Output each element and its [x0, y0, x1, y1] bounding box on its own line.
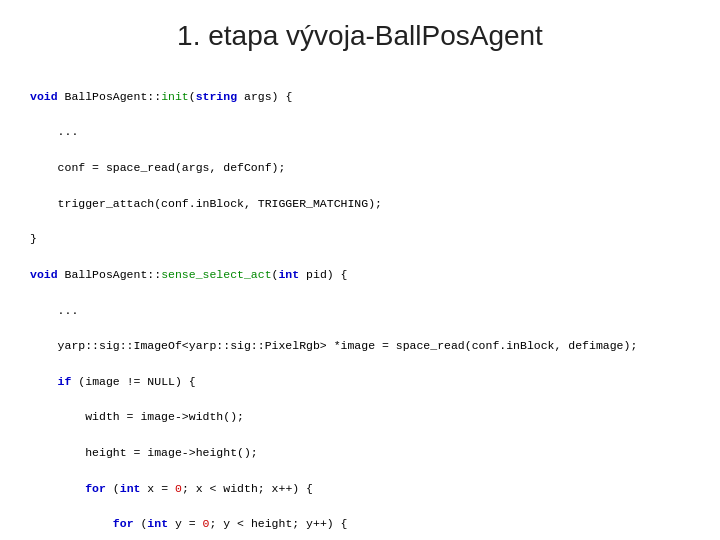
code-line-8: yarp::sig::ImageOf<yarp::sig::PixelRgb> …	[30, 337, 690, 355]
code-line-13: for (int y = 0; y < height; y++) {	[30, 515, 690, 533]
code-line-3: conf = space_read(args, defConf);	[30, 159, 690, 177]
code-line-2: ...	[30, 123, 690, 141]
code-line-6: void BallPosAgent::sense_select_act(int …	[30, 266, 690, 284]
code-line-11: height = image->height();	[30, 444, 690, 462]
code-line-10: width = image->width();	[30, 408, 690, 426]
code-line-5: }	[30, 230, 690, 248]
code-block: void BallPosAgent::init(string args) { .…	[30, 70, 690, 540]
page-container: 1. etapa vývoja-BallPosAgent void BallPo…	[0, 0, 720, 540]
page-title: 1. etapa vývoja-BallPosAgent	[30, 20, 690, 52]
code-line-1: void BallPosAgent::init(string args) {	[30, 88, 690, 106]
code-line-9: if (image != NULL) {	[30, 373, 690, 391]
code-line-12: for (int x = 0; x < width; x++) {	[30, 480, 690, 498]
code-line-4: trigger_attach(conf.inBlock, TRIGGER_MAT…	[30, 195, 690, 213]
code-line-7: ...	[30, 302, 690, 320]
